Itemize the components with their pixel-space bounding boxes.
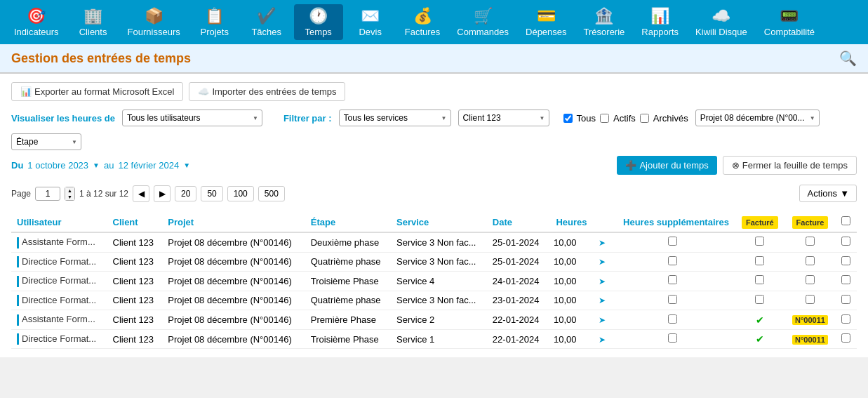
- nav-commandes[interactable]: 🛒 Commandes: [450, 4, 516, 40]
- close-timesheet-button[interactable]: ⊗ Fermer la feuille de temps: [723, 156, 857, 175]
- etape-select[interactable]: Étape: [11, 133, 81, 150]
- add-time-button[interactable]: ➕ Ajouter du temps: [617, 156, 716, 175]
- nav-taches[interactable]: ✔️ Tâches: [242, 4, 291, 40]
- taches-icon: ✔️: [257, 7, 276, 25]
- per-page-100[interactable]: 100: [227, 186, 254, 201]
- cell-projet: Projet 08 décembre (N°00146): [162, 272, 305, 291]
- cell-heures: 10,00: [548, 291, 592, 310]
- link-arrow-icon[interactable]: ➤: [599, 257, 606, 267]
- nav-tresorerie[interactable]: 🏦 Trésorerie: [577, 4, 632, 40]
- nav-depenses[interactable]: 💳 Dépenses: [519, 4, 574, 40]
- search-icon[interactable]: 🔍: [839, 50, 857, 67]
- content-area: 📊 Exporter au format Microsoft Excel ☁️ …: [0, 74, 868, 357]
- nav-devis[interactable]: ✉️ Devis: [346, 4, 395, 40]
- cell-etape: Deuxième phase: [305, 232, 391, 252]
- factured-checkbox[interactable]: [755, 275, 764, 284]
- factured-check: ✔: [756, 314, 764, 326]
- export-excel-button[interactable]: 📊 Exporter au format Microsoft Excel: [11, 82, 183, 101]
- heures-supp-checkbox[interactable]: [668, 237, 677, 246]
- facture-checkbox[interactable]: [806, 275, 815, 284]
- client-select[interactable]: Client 123: [458, 110, 549, 126]
- services-select[interactable]: Tous les services: [339, 110, 451, 126]
- cell-arrow[interactable]: ➤: [593, 252, 611, 272]
- from-date[interactable]: 1 octobre 2023: [27, 160, 88, 171]
- checkbox-actifs[interactable]: [600, 114, 609, 123]
- time-entries-table: Utilisateur Client Projet Étape Service …: [11, 212, 857, 349]
- down-arrow-from[interactable]: ▼: [93, 161, 100, 169]
- next-page-button[interactable]: ▶: [154, 185, 171, 202]
- per-page-20[interactable]: 20: [175, 186, 196, 201]
- user-color-indicator: [17, 295, 19, 306]
- checkbox-tous[interactable]: [563, 114, 573, 123]
- facture-badge[interactable]: N°00011: [792, 315, 828, 325]
- nav-rapports[interactable]: 📊 Rapports: [634, 4, 686, 40]
- link-arrow-icon[interactable]: ➤: [599, 296, 606, 305]
- page-up[interactable]: ▲: [65, 187, 74, 194]
- visualiser-label: Visualiser les heures de: [11, 113, 115, 124]
- checkbox-archives[interactable]: [640, 114, 649, 123]
- page-stepper[interactable]: ▲ ▼: [65, 187, 75, 201]
- filter-row-1: Visualiser les heures de Tous les utilis…: [11, 110, 857, 150]
- heures-supp-checkbox[interactable]: [668, 314, 677, 324]
- cell-facture: [785, 252, 836, 272]
- facture-badge[interactable]: N°00011: [792, 335, 828, 345]
- row-select-checkbox[interactable]: [841, 256, 850, 265]
- nav-indicateurs[interactable]: 🎯 Indicateurs: [7, 4, 66, 40]
- cell-date: 23-01-2024: [487, 291, 548, 310]
- cell-select: [835, 310, 857, 330]
- actions-button[interactable]: Actions ▼: [799, 185, 857, 202]
- projet-select[interactable]: Projet 08 décembre (N°00...: [695, 110, 820, 126]
- link-arrow-icon[interactable]: ➤: [599, 277, 606, 286]
- nav-comptabilite[interactable]: 📟 Comptabilité: [757, 4, 822, 40]
- cell-facture: N°00011: [785, 329, 836, 349]
- cell-factured: ✔: [735, 329, 785, 349]
- link-arrow-icon[interactable]: ➤: [599, 238, 606, 248]
- nav-temps[interactable]: 🕐 Temps: [294, 4, 343, 40]
- heures-supp-checkbox[interactable]: [668, 333, 677, 343]
- cell-arrow[interactable]: ➤: [593, 272, 611, 291]
- top-navigation: 🎯 Indicateurs 🏢 Clients 📦 Fournisseurs 📋…: [0, 0, 868, 44]
- cell-service: Service 4: [391, 272, 487, 291]
- heures-supp-checkbox[interactable]: [668, 275, 677, 284]
- col-header-date: Date: [487, 212, 548, 232]
- select-all-checkbox[interactable]: [841, 216, 850, 225]
- row-select-checkbox[interactable]: [841, 275, 850, 284]
- cell-arrow[interactable]: ➤: [593, 329, 611, 349]
- cell-arrow[interactable]: ➤: [593, 232, 611, 252]
- nav-projets[interactable]: 📋 Projets: [190, 4, 239, 40]
- filtrer-label: Filtrer par :: [283, 113, 332, 124]
- nav-kiwi-disque[interactable]: ☁️ Kiwili Disque: [688, 4, 754, 40]
- factured-checkbox[interactable]: [755, 237, 764, 246]
- heures-supp-checkbox[interactable]: [668, 295, 677, 304]
- row-select-checkbox[interactable]: [841, 295, 850, 304]
- facture-checkbox[interactable]: [806, 295, 815, 304]
- nav-factures[interactable]: 💰 Factures: [398, 4, 448, 40]
- per-page-500[interactable]: 500: [258, 186, 285, 201]
- nav-fournisseurs[interactable]: 📦 Fournisseurs: [121, 4, 187, 40]
- page-down[interactable]: ▼: [65, 194, 74, 200]
- row-select-checkbox[interactable]: [841, 314, 850, 324]
- factured-checkbox[interactable]: [755, 295, 764, 304]
- link-arrow-icon[interactable]: ➤: [599, 315, 606, 325]
- facture-checkbox[interactable]: [806, 237, 815, 246]
- users-select[interactable]: Tous les utilisateurs: [122, 110, 262, 126]
- heures-supp-checkbox[interactable]: [668, 256, 677, 265]
- import-button[interactable]: ☁️ Importer des entrées de temps: [189, 82, 345, 101]
- cell-arrow[interactable]: ➤: [593, 310, 611, 330]
- page-input[interactable]: [35, 187, 60, 201]
- nav-clients[interactable]: 🏢 Clients: [69, 4, 118, 40]
- to-date[interactable]: 12 février 2024: [118, 160, 179, 171]
- cell-arrow[interactable]: ➤: [593, 291, 611, 310]
- prev-page-button[interactable]: ◀: [133, 185, 149, 202]
- facture-checkbox[interactable]: [806, 256, 815, 265]
- factured-checkbox[interactable]: [755, 256, 764, 265]
- nav-kiwi-disque-label: Kiwili Disque: [695, 27, 747, 37]
- comptabilite-icon: 📟: [780, 7, 799, 25]
- down-arrow-to[interactable]: ▼: [183, 161, 190, 169]
- row-select-checkbox[interactable]: [841, 237, 850, 246]
- per-page-50[interactable]: 50: [201, 186, 222, 201]
- row-select-checkbox[interactable]: [841, 333, 850, 343]
- cell-etape: Première Phase: [305, 310, 391, 330]
- table-row: Directice Format... Client 123 Projet 08…: [11, 252, 857, 272]
- link-arrow-icon[interactable]: ➤: [599, 335, 606, 345]
